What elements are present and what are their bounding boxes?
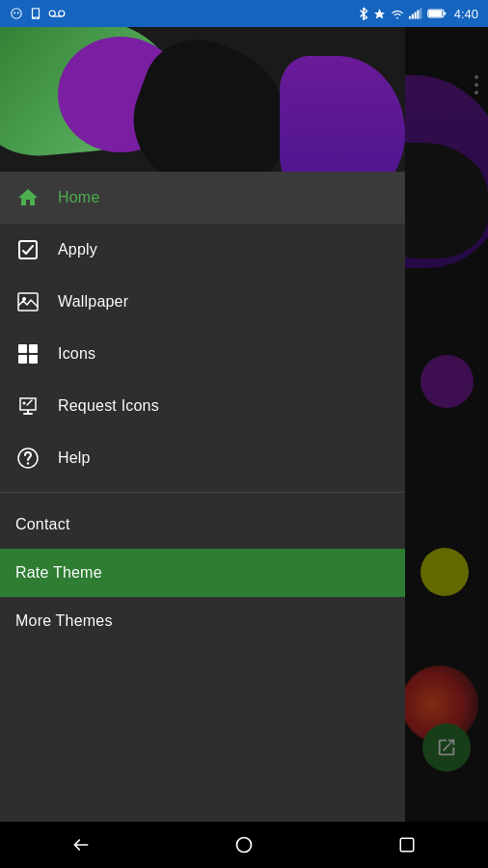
menu-item-contact[interactable]: Contact [0,501,405,549]
menu-rate-theme-label: Rate Theme [15,564,102,582]
home-button[interactable] [215,826,273,864]
time-display: 4:40 [454,7,478,21]
star-status-icon [373,8,386,20]
menu-item-icons[interactable]: Icons [0,328,405,380]
svg-rect-14 [409,16,411,19]
navigation-drawer: Home Apply [0,27,405,868]
menu-help-label: Help [58,449,91,467]
menu-item-rate-theme[interactable]: Rate Theme [0,549,405,597]
svg-point-7 [49,11,55,16]
recents-button[interactable] [378,826,436,864]
svg-rect-32 [29,355,38,364]
menu-item-home[interactable]: Home [0,172,405,224]
wifi-status-icon [391,8,404,19]
drawer-menu: Home Apply [0,172,405,868]
menu-apply-label: Apply [58,241,97,258]
svg-rect-31 [18,355,27,364]
svg-point-3 [17,13,19,14]
home-nav-icon [234,835,254,854]
signal-icon [409,8,422,19]
svg-point-6 [35,17,36,18]
svg-marker-13 [374,9,385,18]
svg-point-8 [59,11,65,16]
main-background: Home Apply [0,27,488,868]
menu-more-themes-label: More Themes [15,612,113,630]
svg-rect-29 [18,344,27,353]
status-bar: 4:40 [0,0,488,27]
voicemail-icon [48,8,66,19]
svg-point-33 [23,402,26,405]
svg-rect-21 [428,11,442,16]
phone-icon [29,7,42,20]
back-button[interactable] [52,826,110,864]
home-icon [15,185,41,210]
bottom-nav-bar [0,822,488,868]
drawer-header-bg [0,27,405,172]
recents-icon [398,836,416,854]
menu-item-apply[interactable]: Apply [0,224,405,276]
status-right-icons: 4:40 [359,7,478,21]
menu-item-help[interactable]: Help [0,432,405,484]
menu-wallpaper-label: Wallpaper [58,293,128,311]
svg-point-2 [14,13,15,14]
svg-rect-20 [444,12,446,14]
svg-rect-5 [33,9,39,16]
help-icon [15,446,41,471]
svg-rect-26 [19,241,37,258]
svg-rect-17 [417,11,419,19]
menu-home-label: Home [58,189,99,206]
wallpaper-icon [15,289,41,314]
svg-point-36 [236,838,251,853]
hangouts-icon [10,7,23,20]
svg-rect-30 [29,344,38,353]
menu-icons-label: Icons [58,345,95,363]
svg-rect-37 [400,838,414,852]
menu-contact-label: Contact [15,516,70,533]
drawer-header [0,27,405,172]
svg-rect-18 [420,8,421,18]
battery-icon [427,8,447,19]
back-icon [71,835,91,854]
svg-point-1 [12,9,20,17]
menu-item-more-themes[interactable]: More Themes [0,597,405,645]
menu-item-wallpaper[interactable]: Wallpaper [0,276,405,328]
menu-request-icons-label: Request Icons [58,397,159,415]
menu-item-request-icons[interactable]: Request Icons [0,380,405,432]
request-icons-icon [15,393,41,419]
dh-violet-shape [280,56,405,172]
bluetooth-status-icon [359,7,368,20]
icons-menu-icon [15,341,41,366]
apply-icon [15,237,41,262]
status-left-icons [10,7,66,20]
svg-rect-16 [414,13,416,19]
svg-rect-15 [411,14,413,19]
drawer-divider [0,492,405,493]
svg-point-35 [27,462,29,464]
